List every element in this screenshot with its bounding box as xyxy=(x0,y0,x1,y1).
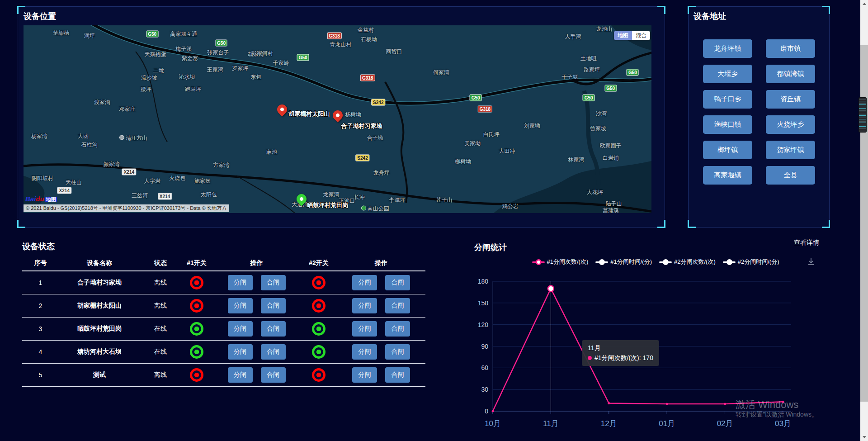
address-button[interactable]: 高家堰镇 xyxy=(703,166,752,185)
legend-marker-icon xyxy=(723,261,736,263)
trip-button[interactable]: 分闸 xyxy=(352,344,377,360)
address-button[interactable]: 都镇湾镇 xyxy=(766,65,815,83)
corner-accent xyxy=(657,6,665,14)
trip-button[interactable]: 分闸 xyxy=(228,344,253,360)
map-label: 土地咀 xyxy=(580,54,597,62)
map-label: 青龙山村 xyxy=(330,40,351,48)
legend-item[interactable]: #1分闸时间/(分) xyxy=(595,258,652,266)
corner-accent xyxy=(657,220,665,228)
trip-button[interactable]: 分闸 xyxy=(228,321,253,337)
map-label: 麻池 xyxy=(266,148,277,156)
map-label: 大田冲 xyxy=(499,147,515,155)
tooltip-title: 11月 xyxy=(588,343,653,353)
map-label: 东包 xyxy=(250,73,261,81)
map-label: 龙家湾 xyxy=(323,190,340,198)
close-button[interactable]: 合闸 xyxy=(261,344,286,360)
close-button[interactable]: 合闸 xyxy=(385,344,410,360)
operation-cell-2: 分闸合闸 xyxy=(337,341,425,364)
map-label: 腰坪 xyxy=(141,85,151,93)
data-point xyxy=(492,410,494,413)
device-name: 测试 xyxy=(59,364,140,387)
legend-item[interactable]: #2分闸次数/(次) xyxy=(659,258,716,266)
close-button[interactable]: 合闸 xyxy=(385,321,410,337)
map-label: 石柱沟 xyxy=(81,141,98,148)
close-button[interactable]: 合闸 xyxy=(385,298,410,313)
address-button[interactable]: 资丘镇 xyxy=(766,90,815,109)
switch2-indicator xyxy=(312,345,326,359)
address-button[interactable]: 磨市镇 xyxy=(766,39,815,58)
trip-button[interactable]: 分闸 xyxy=(352,321,377,337)
address-button[interactable]: 大堰乡 xyxy=(703,65,752,83)
map-label: 长冲 xyxy=(354,193,365,201)
scrollbar-down-arrow-icon[interactable] xyxy=(860,433,868,441)
address-button[interactable]: 火烧坪乡 xyxy=(766,115,815,134)
close-button[interactable]: 合闸 xyxy=(385,275,410,290)
road-shield: G318 xyxy=(360,75,375,81)
road-shield: G50 xyxy=(146,30,158,37)
address-button[interactable]: 龙舟坪镇 xyxy=(703,39,752,58)
address-button-grid: 龙舟坪镇磨市镇大堰乡都镇湾镇鸭子口乡资丘镇渔峡口镇火烧坪乡榔坪镇贺家坪镇高家堰镇… xyxy=(703,39,815,185)
trip-button[interactable]: 分闸 xyxy=(352,367,377,383)
trip-button[interactable]: 分闸 xyxy=(352,298,377,313)
operation-cell-2: 分闸合闸 xyxy=(337,294,425,318)
close-button[interactable]: 合闸 xyxy=(261,367,286,383)
data-point xyxy=(724,403,726,405)
scrollbar-up-arrow-icon[interactable] xyxy=(860,0,868,8)
scroll-widget[interactable] xyxy=(859,97,867,133)
y-axis-tick-label: 30 xyxy=(481,386,488,393)
tooltip-value: #1分闸次数/(次): 170 xyxy=(594,354,653,361)
operation-cell-1: 分闸合闸 xyxy=(212,341,301,364)
corner-accent xyxy=(17,6,25,14)
table-row: 4塘坊河村大石坝在线分闸合闸分闸合闸 xyxy=(22,341,425,364)
trip-button[interactable]: 分闸 xyxy=(228,275,253,290)
column-header: 设备名称 xyxy=(59,256,140,271)
map-label: 何家湾 xyxy=(433,68,449,76)
switch2-cell xyxy=(301,294,337,318)
address-button[interactable]: 鸭子口乡 xyxy=(703,90,752,109)
address-button[interactable]: 贺家坪镇 xyxy=(766,141,815,159)
map-label: 石板坳 xyxy=(361,36,377,43)
window-scrollbar[interactable] xyxy=(860,0,868,441)
baidu-map[interactable]: 笔架槽洞坪G50高家堰互通金益村G318石板坳青龙山村龙池山人手湾天鹅抱蛋梅子溪… xyxy=(24,25,651,213)
legend-item[interactable]: #1分闸次数/(次) xyxy=(532,258,589,266)
windows-activate-watermark: 激活 Windows xyxy=(736,398,798,412)
switch2-cell xyxy=(301,271,337,294)
windows-activate-watermark-hint: 转到“设置”以激活 Windows。 xyxy=(736,411,818,419)
trip-button[interactable]: 分闸 xyxy=(228,367,253,383)
row-index: 3 xyxy=(22,318,59,341)
y-axis-tick-label: 90 xyxy=(481,343,488,350)
map-label: 罗家坪 xyxy=(232,65,248,72)
road-shield: S242 xyxy=(355,154,369,161)
close-button[interactable]: 合闸 xyxy=(261,298,286,313)
map-type-map[interactable]: 地图 xyxy=(614,31,632,40)
close-button[interactable]: 合闸 xyxy=(385,367,410,383)
legend-label: #1分闸时间/(分) xyxy=(610,258,652,266)
close-button[interactable]: 合闸 xyxy=(261,321,286,337)
corner-accent xyxy=(822,220,830,228)
corner-accent xyxy=(688,6,696,14)
close-button[interactable]: 合闸 xyxy=(261,275,286,290)
address-button[interactable]: 全县 xyxy=(766,166,815,185)
map-label: 张家台子 xyxy=(208,49,229,57)
road-shield: G318 xyxy=(478,105,492,112)
device-status: 离线 xyxy=(140,294,181,318)
view-details-link[interactable]: 查看详情 xyxy=(794,239,819,247)
trip-button[interactable]: 分闸 xyxy=(228,298,253,313)
map-type-toggle[interactable]: 地图 混合 xyxy=(614,31,650,40)
y-axis-tick-label: 150 xyxy=(478,299,489,307)
map-label: 龙池山 xyxy=(596,25,613,33)
trip-button[interactable]: 分闸 xyxy=(352,275,377,290)
device-name: 合子坳村习家坳 xyxy=(59,271,140,294)
road-shield: G50 xyxy=(297,54,309,61)
address-button[interactable]: 渔峡口镇 xyxy=(703,115,752,134)
table-row: 1合子坳村习家坳离线分闸合闸分闸合闸 xyxy=(22,271,425,294)
column-header: #2开关 xyxy=(301,256,337,271)
switch2-cell xyxy=(301,364,337,387)
device-status: 离线 xyxy=(140,271,181,294)
x-axis-tick-label: 11月 xyxy=(543,419,559,428)
map-label: 跑马坪 xyxy=(185,85,201,93)
map-type-hybrid[interactable]: 混合 xyxy=(632,31,650,40)
legend-item[interactable]: #2分闸时间/(分) xyxy=(723,258,779,266)
table-header-row: 序号设备名称状态#1开关操作#2开关操作 xyxy=(22,256,425,271)
address-button[interactable]: 榔坪镇 xyxy=(703,141,752,159)
